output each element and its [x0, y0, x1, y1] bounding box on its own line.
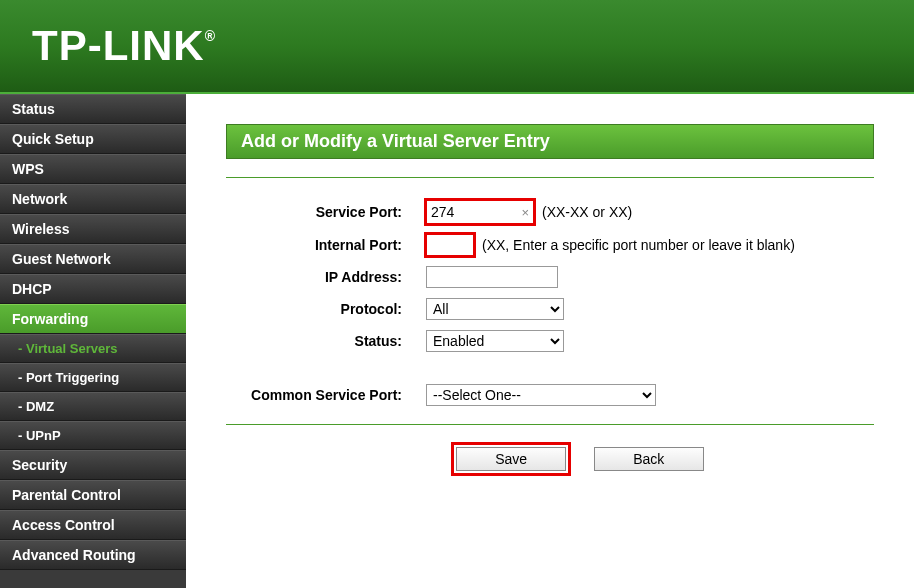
nav-wireless[interactable]: Wireless [0, 214, 186, 244]
button-row: Save Back [226, 447, 874, 471]
nav-forwarding[interactable]: Forwarding [0, 304, 186, 334]
service-port-wrap: × [426, 200, 534, 224]
brand-registered: ® [205, 28, 216, 44]
nav-network[interactable]: Network [0, 184, 186, 214]
clear-icon[interactable]: × [521, 205, 529, 220]
header: TP-LINK® [0, 0, 914, 94]
service-port-input[interactable] [431, 202, 513, 222]
hint-service-port: (XX-XX or XX) [542, 204, 632, 220]
nav-access-control[interactable]: Access Control [0, 510, 186, 540]
back-button[interactable]: Back [594, 447, 704, 471]
nav-wps[interactable]: WPS [0, 154, 186, 184]
label-internal-port: Internal Port: [226, 237, 426, 253]
status-select[interactable]: Enabled [426, 330, 564, 352]
brand-logo: TP-LINK® [32, 22, 216, 70]
nav-status[interactable]: Status [0, 94, 186, 124]
label-status: Status: [226, 333, 426, 349]
nav-guest-network[interactable]: Guest Network [0, 244, 186, 274]
common-service-port-select[interactable]: --Select One-- [426, 384, 656, 406]
separator-bottom [226, 424, 874, 425]
sidebar[interactable]: Status Quick Setup WPS Network Wireless … [0, 94, 186, 588]
page-title: Add or Modify a Virtual Server Entry [226, 124, 874, 159]
nav-quick-setup[interactable]: Quick Setup [0, 124, 186, 154]
label-protocol: Protocol: [226, 301, 426, 317]
protocol-select[interactable]: All [426, 298, 564, 320]
nav-virtual-servers[interactable]: - Virtual Servers [0, 334, 186, 363]
nav-parental-control[interactable]: Parental Control [0, 480, 186, 510]
label-ip-address: IP Address: [226, 269, 426, 285]
label-service-port: Service Port: [226, 204, 426, 220]
internal-port-input[interactable] [426, 234, 474, 256]
label-common-service-port: Common Service Port: [226, 387, 426, 403]
nav-upnp[interactable]: - UPnP [0, 421, 186, 450]
nav-dmz[interactable]: - DMZ [0, 392, 186, 421]
brand-text: TP-LINK [32, 22, 205, 69]
nav-dhcp[interactable]: DHCP [0, 274, 186, 304]
save-button[interactable]: Save [456, 447, 566, 471]
ip-address-input[interactable] [426, 266, 558, 288]
separator-top [226, 177, 874, 178]
nav-advanced-routing[interactable]: Advanced Routing [0, 540, 186, 570]
hint-internal-port: (XX, Enter a specific port number or lea… [482, 237, 795, 253]
main-content: Add or Modify a Virtual Server Entry Ser… [186, 94, 914, 588]
nav-security[interactable]: Security [0, 450, 186, 480]
nav-port-triggering[interactable]: - Port Triggering [0, 363, 186, 392]
